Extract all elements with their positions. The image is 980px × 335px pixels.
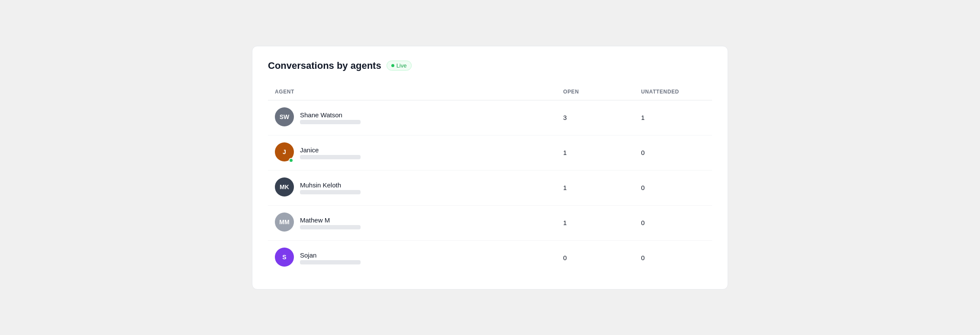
avatar-wrapper: SW	[275, 107, 294, 128]
conversations-by-agents-card: Conversations by agents Live AGENT OPEN …	[252, 46, 728, 290]
table-row[interactable]: SSojan00	[268, 240, 712, 275]
agent-info-wrapper: MKMuhsin Keloth	[275, 177, 549, 198]
table-header-row: AGENT OPEN UNATTENDED	[268, 84, 712, 100]
agent-info-wrapper: MMMathew M	[275, 213, 549, 233]
table-row[interactable]: MMMathew M10	[268, 205, 712, 240]
unattended-count-value: 0	[641, 184, 645, 191]
agent-name: Mathew M	[300, 216, 361, 224]
table-header: AGENT OPEN UNATTENDED	[268, 84, 712, 100]
avatar: S	[275, 248, 294, 267]
agent-text-info: Janice	[300, 146, 361, 159]
table-row[interactable]: JJanice10	[268, 135, 712, 170]
table-row[interactable]: SWShane Watson31	[268, 100, 712, 135]
agent-cell-mathew-m: MMMathew M	[268, 205, 556, 240]
open-count-janice: 1	[556, 135, 634, 170]
table-row[interactable]: MKMuhsin Keloth10	[268, 170, 712, 205]
svg-text:SW: SW	[280, 113, 290, 120]
agent-name: Shane Watson	[300, 111, 361, 119]
agent-cell-sojan: SSojan	[268, 240, 556, 275]
agent-text-info: Sojan	[300, 251, 361, 264]
unattended-count-mathew-m: 0	[634, 205, 712, 240]
open-count-value: 0	[563, 254, 567, 261]
unattended-count-value: 0	[641, 254, 645, 261]
unattended-count-sojan: 0	[634, 240, 712, 275]
unattended-count-value: 1	[641, 114, 645, 121]
col-unattended-header: UNATTENDED	[634, 84, 712, 100]
avatar-wrapper: MK	[275, 177, 294, 198]
card-header: Conversations by agents Live	[268, 60, 712, 71]
unattended-count-shane-watson: 1	[634, 100, 712, 135]
agent-info-wrapper: SSojan	[275, 248, 549, 268]
avatar-wrapper: J	[275, 142, 294, 163]
open-count-shane-watson: 3	[556, 100, 634, 135]
unattended-count-value: 0	[641, 149, 645, 156]
unattended-count-muhsin-keloth: 0	[634, 170, 712, 205]
col-open-header: OPEN	[556, 84, 634, 100]
open-count-value: 1	[563, 219, 567, 226]
svg-text:J: J	[283, 148, 286, 155]
agent-email-blur	[300, 225, 361, 229]
avatar: SW	[275, 107, 294, 126]
agent-text-info: Shane Watson	[300, 111, 361, 124]
avatar-wrapper: MM	[275, 213, 294, 233]
agent-cell-shane-watson: SWShane Watson	[268, 100, 556, 135]
open-count-value: 3	[563, 114, 567, 121]
col-agent-header: AGENT	[268, 84, 556, 100]
agent-email-blur	[300, 190, 361, 194]
agent-info-wrapper: JJanice	[275, 142, 549, 163]
agent-text-info: Mathew M	[300, 216, 361, 229]
agent-cell-muhsin-keloth: MKMuhsin Keloth	[268, 170, 556, 205]
open-count-muhsin-keloth: 1	[556, 170, 634, 205]
agent-name: Muhsin Keloth	[300, 181, 361, 189]
agent-info-wrapper: SWShane Watson	[275, 107, 549, 128]
open-count-value: 1	[563, 149, 567, 156]
agent-email-blur	[300, 155, 361, 159]
agents-table: AGENT OPEN UNATTENDED SWShane Watson31JJ…	[268, 84, 712, 275]
avatar-wrapper: S	[275, 248, 294, 268]
live-label: Live	[397, 62, 407, 69]
table-body: SWShane Watson31JJanice10MKMuhsin Keloth…	[268, 100, 712, 275]
agent-name: Janice	[300, 146, 361, 154]
agent-cell-janice: JJanice	[268, 135, 556, 170]
unattended-count-janice: 0	[634, 135, 712, 170]
unattended-count-value: 0	[641, 219, 645, 226]
agent-text-info: Muhsin Keloth	[300, 181, 361, 194]
open-count-value: 1	[563, 184, 567, 191]
svg-text:S: S	[282, 254, 286, 261]
svg-text:MK: MK	[280, 184, 289, 190]
agent-email-blur	[300, 120, 361, 124]
avatar: MK	[275, 177, 294, 196]
agent-name: Sojan	[300, 251, 361, 259]
card-title: Conversations by agents	[268, 60, 381, 71]
online-indicator	[289, 158, 293, 163]
svg-text:MM: MM	[279, 219, 289, 225]
live-dot-icon	[391, 64, 394, 67]
open-count-sojan: 0	[556, 240, 634, 275]
avatar: MM	[275, 213, 294, 232]
live-badge: Live	[387, 61, 412, 71]
agent-email-blur	[300, 260, 361, 264]
open-count-mathew-m: 1	[556, 205, 634, 240]
